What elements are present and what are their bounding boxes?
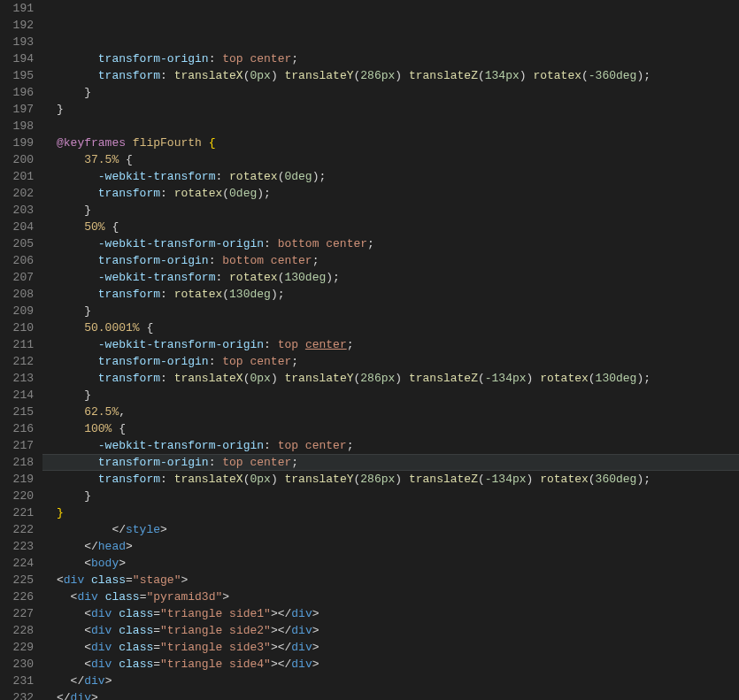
code-line[interactable]: </div> <box>57 673 739 689</box>
code-line[interactable]: <div class="stage"> <box>57 572 739 588</box>
token: : <box>209 52 223 65</box>
token: > <box>312 658 319 671</box>
token: < <box>57 607 91 620</box>
line-number: 198 <box>0 118 34 135</box>
code-line[interactable]: 50.0001% { <box>57 319 739 336</box>
line-number: 217 <box>0 437 34 454</box>
token: div <box>84 674 104 688</box>
token: < <box>57 590 77 604</box>
code-line[interactable]: transform: rotatex(130deg); <box>57 286 739 303</box>
code-line[interactable]: <div class="triangle side3"></div> <box>57 639 739 656</box>
token: ( <box>478 69 485 82</box>
token <box>57 170 98 183</box>
code-line[interactable]: } <box>57 84 739 101</box>
token: ) <box>520 69 534 82</box>
token: flipFourth <box>133 136 202 150</box>
code-editor[interactable]: 1911921931941951961971981992002012022032… <box>0 0 739 700</box>
code-line[interactable]: <div class="pyramid3d"> <box>57 588 739 605</box>
code-line[interactable]: -webkit-transform-origin: top center; <box>57 336 739 353</box>
code-line[interactable]: transform-origin: top center; <box>57 50 739 67</box>
code-line[interactable]: 100% { <box>57 420 739 437</box>
token: rotatex <box>174 187 223 200</box>
code-line[interactable]: </div> <box>57 689 739 700</box>
code-content[interactable]: transform-origin: top center; transform:… <box>57 50 739 700</box>
code-line[interactable]: } <box>57 504 739 521</box>
token: { <box>112 422 126 435</box>
token: } <box>57 204 91 217</box>
token: transform-origin <box>98 456 209 469</box>
token <box>57 254 98 267</box>
code-line[interactable]: transform-origin: top center; <box>57 353 739 370</box>
code-line[interactable]: transform: translateX(0px) translateY(28… <box>57 471 739 488</box>
token <box>57 422 84 435</box>
line-number: 222 <box>0 521 34 538</box>
line-number: 218 <box>0 454 34 471</box>
token: 100% <box>84 422 112 435</box>
code-line[interactable]: } <box>57 202 739 219</box>
token: rotatex <box>229 170 278 183</box>
code-line[interactable]: -webkit-transform-origin: bottom center; <box>57 235 739 252</box>
token: : <box>160 372 174 385</box>
token: translateX <box>174 69 243 82</box>
token: : <box>160 187 174 200</box>
code-line[interactable]: <body> <box>57 555 739 572</box>
token: 286px <box>360 473 395 486</box>
token: > <box>91 691 98 700</box>
token: { <box>105 220 119 234</box>
code-line[interactable]: </style> <box>57 521 739 538</box>
token: 0px <box>250 473 270 486</box>
code-line[interactable]: transform: rotatex(0deg); <box>57 185 739 202</box>
token: > <box>126 540 133 553</box>
code-line[interactable]: transform-origin: bottom center; <box>57 252 739 269</box>
token: "stage" <box>133 573 181 587</box>
token: translateY <box>284 473 353 486</box>
code-line[interactable]: -webkit-transform-origin: top center; <box>57 437 739 454</box>
code-area[interactable]: transform-origin: top center; transform:… <box>42 0 739 700</box>
token: top center <box>222 456 291 469</box>
code-line[interactable]: } <box>57 101 739 118</box>
code-line[interactable]: -webkit-transform: rotatex(130deg); <box>57 269 739 286</box>
line-number: 206 <box>0 252 34 269</box>
code-line[interactable]: <div class="triangle side2"></div> <box>57 622 739 639</box>
code-line[interactable]: -webkit-transform: rotatex(0deg); <box>57 168 739 185</box>
code-line[interactable]: </head> <box>57 538 739 555</box>
line-number: 211 <box>0 336 34 353</box>
code-line[interactable]: <div class="triangle side4"></div> <box>57 656 739 673</box>
token <box>57 271 98 284</box>
code-line[interactable] <box>57 118 739 135</box>
code-line[interactable]: } <box>57 488 739 504</box>
token: ></ <box>271 624 291 637</box>
code-line[interactable]: 50% { <box>57 219 739 235</box>
code-line[interactable]: @keyframes flipFourth { <box>57 135 739 151</box>
token: { <box>119 153 133 166</box>
code-line[interactable]: transform-origin: top center; <box>57 454 739 471</box>
token: < <box>57 624 91 637</box>
token: div <box>291 658 312 671</box>
code-line[interactable]: } <box>57 387 739 404</box>
token: transform-origin <box>98 355 209 368</box>
line-number: 227 <box>0 605 34 622</box>
token: > <box>160 523 167 536</box>
token: translateY <box>284 372 353 385</box>
token: ; <box>367 237 374 250</box>
token: ; <box>319 170 327 183</box>
code-line[interactable]: transform: translateX(0px) translateY(28… <box>57 370 739 387</box>
token: </ <box>57 674 84 688</box>
code-line[interactable]: 37.5% { <box>57 151 739 168</box>
code-line[interactable]: <div class="triangle side1"></div> <box>57 605 739 622</box>
token: ; <box>643 69 650 82</box>
code-line[interactable]: transform: translateX(0px) translateY(28… <box>57 67 739 84</box>
line-number: 229 <box>0 639 34 656</box>
token: 130deg <box>229 288 271 301</box>
token: rotatex <box>174 288 223 301</box>
token: div <box>91 641 112 654</box>
code-line[interactable]: } <box>57 303 739 319</box>
line-number: 205 <box>0 235 34 252</box>
token: -360deg <box>589 69 637 82</box>
token: ( <box>589 372 596 385</box>
token: div <box>291 641 312 654</box>
code-line[interactable]: 62.5%, <box>57 404 739 420</box>
token: transform-origin <box>98 52 209 65</box>
token: } <box>57 103 64 116</box>
token: class <box>119 624 153 637</box>
